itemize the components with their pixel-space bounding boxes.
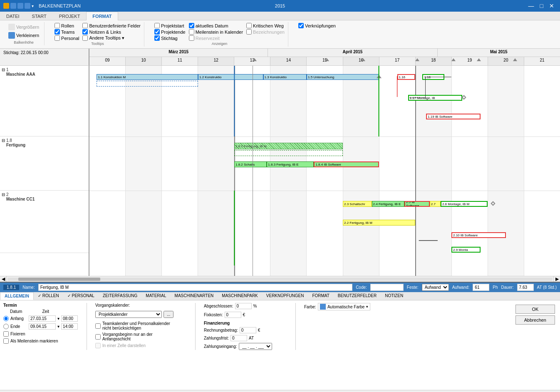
expand-1-icon[interactable]: ⊟ [2, 67, 5, 72]
ende-datum-input[interactable] [29, 323, 56, 330]
expand-2-icon[interactable]: ⊟ [2, 192, 5, 197]
dauer-input[interactable] [517, 284, 534, 291]
task-27[interactable]: 2.7 [430, 201, 441, 207]
tab-zeiterfassung[interactable]: ZEITERFASSUNG [99, 292, 141, 300]
tab-material[interactable]: MATERIAL [141, 292, 170, 300]
meilenstein-form-checkbox[interactable] [3, 338, 9, 344]
datum-col-label: Datum [10, 309, 22, 314]
maximize-button[interactable]: □ [538, 2, 546, 9]
task-184[interactable]: 1.8.4 IB Software [314, 161, 379, 167]
task-15[interactable]: 1.5 Untersuchung [307, 74, 379, 80]
close-button[interactable]: ✕ [547, 2, 557, 9]
ende-radio[interactable] [3, 324, 9, 329]
ok-button[interactable]: OK [515, 305, 555, 314]
dropdown-arrow-icon[interactable]: ▾ [32, 4, 34, 8]
reservezeit-checkbox[interactable] [189, 35, 194, 41]
scroll-right-btn[interactable]: ▶ [553, 276, 560, 282]
stichtag-checkbox[interactable] [154, 35, 160, 41]
task-119[interactable]: 1.19 IB Software [426, 114, 481, 119]
tab-personal[interactable]: ✓ PERSONAL [63, 292, 99, 300]
tab-datei[interactable]: DATEI [0, 12, 26, 20]
task-23[interactable]: 2.3 Schaltschr [343, 201, 372, 207]
inzelle-checkbox[interactable] [95, 343, 101, 348]
anfang-label: Anfang [10, 316, 27, 321]
task-25[interactable]: 2.5 IB Software [404, 201, 430, 207]
fixkosten-input[interactable] [225, 312, 241, 318]
projektende-checkbox[interactable] [154, 29, 160, 35]
scroll-track-h[interactable] [7, 278, 553, 281]
aufwand-input[interactable] [473, 284, 489, 291]
zahlungseingang-row: Zahlungseingang: __ . __ . ____ [204, 343, 287, 350]
benutzerdefiniert-label: Benutzerdefinierte Felder [89, 23, 141, 28]
tab-benutzerfelder[interactable]: BENUTZERFELDER [334, 292, 381, 300]
task-182[interactable]: 1.8.2 Schalts [234, 161, 267, 167]
tab-verknupfungen[interactable]: VERKNÜPFUNGEN [262, 292, 308, 300]
abgeschlossen-input[interactable] [235, 303, 252, 309]
aktuelles-checkbox[interactable] [189, 23, 194, 28]
undo-icon[interactable] [17, 3, 23, 9]
expand-18-icon[interactable]: ⊟ [2, 138, 5, 143]
balkenhohe-label: Balkenhöhe [14, 40, 34, 45]
projektstart-checkbox[interactable] [154, 23, 160, 28]
andere-checkbox[interactable] [82, 35, 88, 41]
scroll-left-btn[interactable]: ◀ [0, 276, 7, 282]
tab-format[interactable]: FORMAT [86, 12, 118, 20]
task-29[interactable]: 2.9 Monta [451, 247, 481, 253]
farbe-section: Farbe: Automatische Farbe ▾ [304, 303, 379, 350]
current-date-line [253, 66, 253, 276]
feste-select[interactable]: Aufwand [422, 284, 449, 291]
task-116[interactable]: 1.16 [397, 74, 416, 80]
vorgangsbeginn-checkbox[interactable] [95, 334, 101, 340]
task-12[interactable]: 1.2 Konstruktio [198, 74, 263, 80]
task-183[interactable]: 1.8.3 Fertigung, IB E [267, 161, 314, 167]
tab-start[interactable]: START [26, 12, 53, 20]
anfang-datum-input[interactable] [29, 315, 56, 322]
rollen-checkbox[interactable] [55, 23, 60, 28]
tab-allgemein[interactable]: ALLGEMEIN [0, 292, 34, 300]
notizen-checkbox[interactable] [82, 29, 88, 35]
task-117[interactable]: 1.17 Montage, IB [408, 95, 463, 101]
zahlungsfrist-input[interactable] [230, 335, 247, 341]
tab-maschinenarten[interactable]: MASCHINENARTEN [171, 292, 218, 300]
anfang-zeit-input[interactable] [61, 315, 78, 322]
termin-headers: Datum Zeit [3, 309, 78, 314]
tab-notizen[interactable]: NOTIZEN [381, 292, 407, 300]
tab-maschinenpark[interactable]: MASCHINENPARK [218, 292, 262, 300]
kritischer-checkbox[interactable] [246, 23, 252, 28]
bezeichnungen-checkbox[interactable] [246, 29, 252, 35]
meilenstein-checkbox[interactable] [189, 29, 194, 35]
task-22[interactable]: 2.2 Fertigung, IB M [343, 220, 415, 226]
personal-checkbox[interactable] [55, 35, 60, 41]
tab-format[interactable]: FORMAT [308, 292, 333, 300]
task-13[interactable]: 1.3 Konstruktio [263, 74, 307, 80]
teamkalender-checkbox[interactable] [95, 323, 101, 329]
zahlungseingang-select[interactable]: __ . __ . ____ [239, 343, 272, 350]
task-118[interactable]: 1.18 [422, 74, 444, 80]
code-input[interactable] [370, 284, 404, 291]
task-24[interactable]: 2.4 Fertigung, IB E [372, 201, 404, 207]
vorgangsk-btn[interactable]: ... [164, 311, 173, 318]
abbrechen-button[interactable]: Abbrechen [515, 315, 555, 325]
vergroessern-button[interactable]: Vergrößern [7, 23, 41, 31]
tab-projekt[interactable]: PROJEKT [53, 12, 87, 20]
redo-icon[interactable] [25, 3, 30, 9]
save-icon[interactable] [10, 3, 16, 9]
verknupfungen-checkbox[interactable] [298, 23, 304, 28]
vorgangsk-select[interactable]: Projektkalender [95, 311, 162, 318]
task-11[interactable]: 1.1 Konstruktion M [97, 74, 198, 80]
name-input[interactable] [38, 284, 352, 291]
anfang-radio[interactable] [3, 316, 9, 321]
ende-zeit-input[interactable] [61, 323, 78, 330]
task-210[interactable]: 2.10 IB Software [451, 232, 506, 238]
task-181[interactable]: 1.8.1 Fertigung, IB M [234, 143, 343, 149]
task-28[interactable]: 2.8 Montage, IB M [441, 201, 488, 207]
tab-rollen[interactable]: ✓ ROLLEN [34, 292, 63, 300]
rechnungsbetrag-input[interactable] [240, 327, 256, 333]
farbe-picker[interactable]: Automatische Farbe ▾ [318, 303, 371, 310]
minimize-button[interactable]: — [526, 2, 537, 9]
teams-checkbox[interactable] [55, 29, 60, 35]
scrollbar-h[interactable]: ◀ ▶ [0, 276, 560, 282]
fixieren-checkbox[interactable] [3, 331, 9, 337]
benutzerdefiniert-checkbox[interactable] [82, 23, 88, 28]
verkleinern-button[interactable]: Verkleinern [7, 31, 41, 40]
